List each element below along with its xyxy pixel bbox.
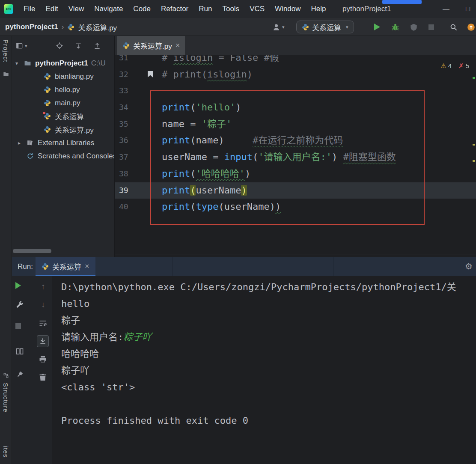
expand-all-button[interactable] xyxy=(74,42,83,50)
menu-item-vcs[interactable]: VCS xyxy=(244,0,270,18)
prev-occurrence-button[interactable]: ↑ xyxy=(39,282,48,291)
settings-gear-icon[interactable]: ⚙ xyxy=(465,257,473,276)
menu-item-tools[interactable]: Tools xyxy=(217,0,244,18)
rerun-button[interactable] xyxy=(15,282,25,291)
menu-item-refactor[interactable]: Refactor xyxy=(156,0,193,18)
run-tab[interactable]: 关系运算 × xyxy=(36,257,95,276)
code-line-36[interactable]: 36print(name) #在运行之前称为代码 xyxy=(115,132,476,149)
line-number[interactable]: 40 xyxy=(119,199,140,215)
soft-wrap-button[interactable] xyxy=(39,319,48,328)
run-config-selector[interactable]: 关系运算 ▾ xyxy=(296,21,354,33)
folder-tool-icon[interactable] xyxy=(3,71,9,77)
tree-item-label: Scratches and Consoles xyxy=(38,152,115,161)
tree-item[interactable]: ▸External Libraries xyxy=(12,136,114,149)
tool-window-button-structure[interactable]: Structure xyxy=(2,383,9,413)
code-line-34[interactable]: 34print('hello') xyxy=(115,99,476,116)
inspections-widget[interactable]: ⚠4 ✗5 xyxy=(440,62,469,70)
pin-tab-button[interactable] xyxy=(15,370,25,380)
tree-item[interactable]: ▾pythonProject1C:\U xyxy=(12,57,114,70)
tree-item[interactable]: bianliang.py xyxy=(12,70,114,83)
code-line-32[interactable]: 32# print(islogin) xyxy=(115,66,476,83)
code-viewport[interactable]: 31# islogin = False #假32# print(islogin)… xyxy=(115,55,476,257)
tree-item-label: 关系运算.py xyxy=(55,124,94,135)
print-button[interactable] xyxy=(39,355,48,364)
breadcrumb-file[interactable]: 关系运算.py xyxy=(78,22,117,33)
console-line: 哈哈哈哈 xyxy=(61,345,476,362)
line-number[interactable]: 37 xyxy=(119,149,140,166)
coverage-button[interactable] xyxy=(410,18,418,36)
menu-item-code[interactable]: Code xyxy=(128,0,156,18)
code-text: print(name) #在运行之前称为代码 xyxy=(115,132,476,149)
menu-item-file[interactable]: File xyxy=(18,0,40,18)
maximize-button[interactable]: □ xyxy=(466,5,470,12)
line-number[interactable]: 35 xyxy=(119,116,140,133)
console-output[interactable]: D:\python\python.exe C:/Users/zongzi/Pyc… xyxy=(52,276,476,464)
tree-toggle-icon[interactable]: ▸ xyxy=(18,140,27,146)
line-number[interactable]: 34 xyxy=(119,99,140,116)
code-line-31[interactable]: 31# islogin = False #假 xyxy=(115,55,476,66)
structure-tool-icon[interactable] xyxy=(3,372,9,378)
clear-console-button[interactable] xyxy=(39,373,48,382)
locate-file-button[interactable] xyxy=(56,42,64,50)
code-text: print(type(userName)) xyxy=(115,199,476,215)
line-number[interactable]: 31 xyxy=(119,55,140,66)
minimize-button[interactable]: — xyxy=(443,5,449,12)
console-line xyxy=(61,396,476,412)
code-line-33[interactable]: 33 xyxy=(115,83,476,99)
code-text: print('hello') xyxy=(115,99,476,116)
menu-item-edit[interactable]: Edit xyxy=(40,0,63,18)
python-file-icon xyxy=(122,42,130,49)
line-number[interactable]: 36 xyxy=(119,132,140,149)
code-line-40[interactable]: 40print(type(userName)) xyxy=(115,199,476,215)
menu-item-help[interactable]: Help xyxy=(306,0,331,18)
scroll-to-end-button[interactable] xyxy=(37,335,49,347)
stop-button[interactable] xyxy=(428,18,434,36)
tree-item[interactable]: hello.py xyxy=(12,83,114,96)
menu-item-window[interactable]: Window xyxy=(270,0,306,18)
line-number[interactable]: 32 xyxy=(119,66,140,83)
editor-tab[interactable]: 关系运算.py × xyxy=(117,36,185,55)
restore-layout-button[interactable] xyxy=(15,347,25,357)
close-icon[interactable]: × xyxy=(85,262,89,271)
horizontal-scrollbar[interactable] xyxy=(13,249,51,253)
debug-button[interactable] xyxy=(391,18,399,36)
line-number[interactable]: 39 xyxy=(119,182,140,199)
collapse-all-button[interactable] xyxy=(93,42,102,50)
menu-item-view[interactable]: View xyxy=(63,0,89,18)
tool-window-button-project[interactable]: Project xyxy=(2,39,9,62)
search-everywhere-button[interactable] xyxy=(449,18,458,36)
code-line-35[interactable]: 35name = '粽子' xyxy=(115,116,476,133)
menu-item-navigate[interactable]: Navigate xyxy=(89,0,128,18)
line-number[interactable]: 33 xyxy=(119,83,140,99)
project-tree: ▾pythonProject1C:\Ubianliang.pyhello.pym… xyxy=(12,56,114,163)
menu-item-run[interactable]: Run xyxy=(193,0,217,18)
stop-icon xyxy=(15,323,21,329)
warning-stripe-mark[interactable] xyxy=(473,160,475,162)
tree-item[interactable]: 关系运算 xyxy=(12,110,114,123)
user-button[interactable]: ▾ xyxy=(272,18,285,36)
menu-bar: FileEditViewNavigateCodeRefactorRunTools… xyxy=(18,0,331,18)
stop-icon xyxy=(428,24,434,30)
code-text: # islogin = False #假 xyxy=(115,55,476,66)
tree-item[interactable]: main.py xyxy=(12,96,114,110)
view-options-button[interactable]: ▾ xyxy=(15,42,31,50)
tool-window-button-favorites[interactable]: ites xyxy=(2,446,9,458)
code-line-39[interactable]: 39print(userName) xyxy=(115,182,476,199)
update-notification-button[interactable] xyxy=(467,18,475,36)
code-line-37[interactable]: 37userName = input('请输入用户名:') #阻塞型函数 xyxy=(115,149,476,166)
next-occurrence-button[interactable]: ↓ xyxy=(39,300,48,309)
tree-toggle-icon[interactable]: ▾ xyxy=(15,60,24,66)
tree-item[interactable]: Scratches and Consoles xyxy=(12,149,114,163)
warning-stripe-mark[interactable] xyxy=(473,144,475,146)
tree-item-label: 关系运算 xyxy=(55,111,84,122)
run-tab-label: 关系运算 xyxy=(52,261,81,272)
code-line-38[interactable]: 38print('哈哈哈哈') xyxy=(115,166,476,182)
stop-process-button[interactable] xyxy=(15,323,25,333)
modify-run-config-button[interactable] xyxy=(15,300,25,309)
run-button[interactable] xyxy=(374,18,380,36)
close-icon[interactable]: × xyxy=(176,41,180,50)
line-number[interactable]: 38 xyxy=(119,166,140,182)
ok-stripe-mark[interactable] xyxy=(473,77,475,79)
tree-item[interactable]: 关系运算.py xyxy=(12,123,114,136)
breadcrumb-project[interactable]: pythonProject1 xyxy=(5,23,58,31)
